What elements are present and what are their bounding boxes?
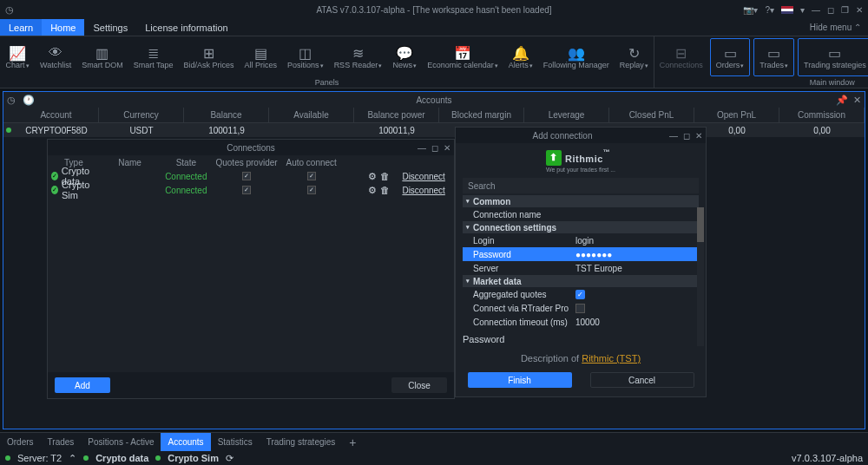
- help-icon[interactable]: ?▾: [765, 5, 774, 15]
- tab-accounts[interactable]: Accounts: [161, 433, 210, 451]
- cth-ac[interactable]: Auto connect: [281, 155, 342, 169]
- th-commission[interactable]: Commission: [779, 108, 865, 122]
- ribbon-allprices[interactable]: ▤All Prices: [240, 36, 283, 78]
- th-blocked[interactable]: Blocked margin: [439, 108, 524, 122]
- ribbon-watchlist[interactable]: 👁Watchlist: [35, 36, 76, 78]
- flag-caret[interactable]: ▾: [800, 5, 805, 15]
- scrollbar[interactable]: [697, 207, 704, 346]
- restore-icon[interactable]: ❐: [841, 5, 849, 15]
- section-market[interactable]: Market data: [463, 275, 699, 287]
- ribbon-smartdom[interactable]: ▥Smart DOM: [76, 36, 128, 78]
- th-balance[interactable]: Balance: [184, 108, 269, 122]
- ribbon-smarttape[interactable]: ≣Smart Tape: [128, 36, 179, 78]
- add-button[interactable]: Add: [55, 377, 110, 393]
- gear-icon[interactable]: ⚙: [368, 171, 377, 182]
- th-currency[interactable]: Currency: [99, 108, 184, 122]
- dlg-max-icon[interactable]: ◻: [683, 131, 690, 141]
- disconnect-link[interactable]: Disconnect: [393, 172, 454, 181]
- ribbon-news[interactable]: 💬News: [387, 36, 422, 78]
- camera-icon[interactable]: 📷▾: [743, 5, 758, 15]
- ribbon-tstrat[interactable]: ▭Trading strategies: [798, 38, 868, 76]
- statusbar: Server: T2 ⌃ Crypto data Crypto Sim ⟳ v7…: [0, 451, 868, 465]
- th-account[interactable]: Account: [14, 108, 99, 122]
- menu-home[interactable]: Home: [42, 19, 84, 36]
- cancel-button[interactable]: Cancel: [590, 372, 694, 388]
- prop-rtrader[interactable]: Connect via RTrader Pro: [463, 301, 699, 315]
- search-input[interactable]: Search: [463, 178, 699, 193]
- trash-icon[interactable]: 🗑: [380, 171, 390, 181]
- prop-timeout[interactable]: Connection timeout (ms)10000: [463, 315, 699, 329]
- th-leverage[interactable]: Leverage: [524, 108, 609, 122]
- tab-statistics[interactable]: Statistics: [211, 433, 260, 451]
- td-openpnl: 0,00: [694, 123, 779, 137]
- th-closedpnl[interactable]: Closed PnL: [609, 108, 694, 122]
- cth-name[interactable]: Name: [100, 155, 161, 169]
- ribbon-ecocal[interactable]: 📅Economic calendar: [422, 36, 503, 78]
- menu-license[interactable]: License information: [136, 19, 236, 36]
- gear-icon[interactable]: ⚙: [368, 185, 377, 196]
- ribbon-fmgr[interactable]: 👥Following Manager: [538, 36, 615, 78]
- qp-checkbox[interactable]: ✓: [242, 172, 251, 180]
- panel-icon[interactable]: ◷: [3, 95, 19, 106]
- ribbon-bidask[interactable]: ⊞Bid/Ask Prices: [179, 36, 240, 78]
- ribbon-replay[interactable]: ↻Replay: [615, 36, 654, 78]
- tab-tstrat[interactable]: Trading strategies: [260, 433, 343, 451]
- tab-positions[interactable]: Positions - Active: [81, 433, 161, 451]
- ribbon-trades[interactable]: ▭Trades: [753, 38, 794, 76]
- menu-learn[interactable]: Learn: [0, 19, 42, 36]
- flag-icon[interactable]: [781, 6, 793, 14]
- td-account: CRYPTO0F58D: [14, 123, 99, 137]
- disconnect-link[interactable]: Disconnect: [393, 186, 454, 195]
- cth-state[interactable]: State: [160, 155, 212, 169]
- th-balpower[interactable]: Balance power: [354, 108, 439, 122]
- hide-menu[interactable]: Hide menu ⌃: [810, 23, 868, 32]
- rtrader-checkbox[interactable]: [575, 304, 585, 313]
- tab-add[interactable]: +: [342, 433, 363, 451]
- status-dot-icon: [6, 128, 11, 133]
- prop-server[interactable]: ServerTST Europe: [463, 261, 699, 275]
- qp-checkbox[interactable]: ✓: [242, 186, 251, 194]
- prop-connname[interactable]: Connection name: [463, 207, 699, 221]
- ribbon-chart[interactable]: 📈Chart: [0, 36, 35, 78]
- status-refresh-icon[interactable]: ⟳: [226, 453, 233, 464]
- minimize-icon[interactable]: —: [812, 5, 820, 15]
- panel-clock-icon[interactable]: 🕐: [19, 95, 38, 106]
- panel-pin-icon[interactable]: 📌: [836, 95, 848, 106]
- ribbon-connections[interactable]: ⊟Connections: [654, 36, 708, 78]
- ribbon-alerts[interactable]: 🔔Alerts: [503, 36, 538, 78]
- tab-orders[interactable]: Orders: [0, 433, 41, 451]
- prop-password[interactable]: Password●●●●●●●: [463, 247, 699, 261]
- ac-checkbox[interactable]: ✓: [307, 172, 316, 180]
- prop-aggregated[interactable]: Aggregated quotes✓: [463, 287, 699, 301]
- conn-row[interactable]: ✓Crypto Sim Connected ✓ ✓ ⚙🗑 Disconnect: [48, 183, 454, 197]
- maximize-icon[interactable]: ◻: [827, 5, 834, 15]
- section-connsettings[interactable]: Connection settings: [463, 221, 699, 233]
- panel-close-icon[interactable]: ✕: [853, 95, 861, 106]
- cth-qp[interactable]: Quotes provider: [212, 155, 281, 169]
- ribbon-rss[interactable]: ≋RSS Reader: [329, 36, 388, 78]
- menu-settings[interactable]: Settings: [84, 19, 136, 36]
- accounts-row[interactable]: CRYPTO0F58D USDT 100011,9 100011,9 0,00 …: [3, 123, 865, 137]
- dlg-min-icon[interactable]: —: [669, 131, 678, 141]
- finish-button[interactable]: Finish: [468, 372, 572, 388]
- conn-row[interactable]: ✓Crypto data Connected ✓ ✓ ⚙🗑 Disconnect: [48, 169, 454, 183]
- prop-login[interactable]: Loginlogin: [463, 233, 699, 247]
- agg-checkbox[interactable]: ✓: [575, 290, 585, 299]
- th-openpnl[interactable]: Open PnL: [694, 108, 779, 122]
- ribbon-orders[interactable]: ▭Orders: [710, 38, 751, 76]
- td-available: [269, 123, 354, 137]
- trash-icon[interactable]: 🗑: [380, 185, 390, 195]
- th-available[interactable]: Available: [269, 108, 354, 122]
- status-caret[interactable]: ⌃: [69, 453, 76, 464]
- ok-icon: ✓: [51, 186, 58, 194]
- ac-checkbox[interactable]: ✓: [307, 186, 316, 194]
- close-icon[interactable]: ✕: [856, 5, 863, 15]
- status-dot-icon: [155, 455, 161, 461]
- rithmic-link[interactable]: Rithmic (TST): [582, 353, 641, 363]
- tab-trades[interactable]: Trades: [41, 433, 82, 451]
- dlg-close-icon[interactable]: ✕: [695, 131, 702, 141]
- ribbon-positions[interactable]: ◫Positions: [282, 36, 329, 78]
- app-logo-icon: ◷: [0, 4, 19, 16]
- section-common[interactable]: Common: [463, 195, 699, 207]
- close-button[interactable]: Close: [391, 377, 447, 393]
